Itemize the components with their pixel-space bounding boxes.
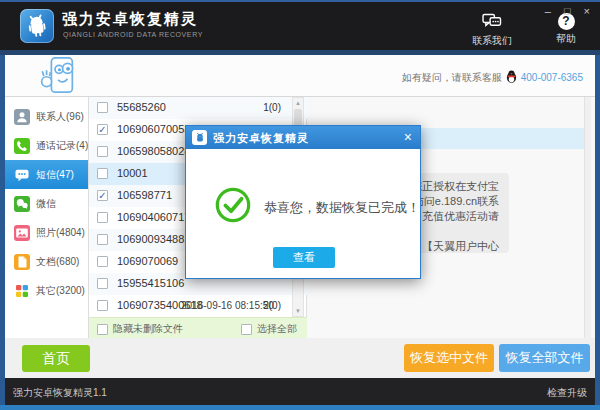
- phone-number: 10001: [117, 167, 148, 179]
- app-logo-icon: [20, 9, 54, 43]
- scroll-up-arrow-icon[interactable]: ▲: [293, 98, 303, 108]
- scroll-down-arrow-icon[interactable]: ▼: [293, 306, 303, 316]
- app-subtitle: QIANGLI ANDROID DATA RECOVERY: [63, 31, 203, 38]
- list-footer: 隐藏未删除文件 选择全部: [89, 317, 307, 338]
- sidebar-item-label: 微信: [36, 197, 56, 211]
- support-phone-link[interactable]: 400-007-6365: [521, 72, 583, 83]
- sidebar-item-calls[interactable]: 通话记录(4): [5, 131, 88, 160]
- sidebar-item-label: 其它(3200): [36, 284, 85, 298]
- row-checkbox[interactable]: [97, 146, 108, 157]
- photos-icon: [14, 225, 30, 241]
- preview-scrollbar[interactable]: [584, 97, 591, 338]
- dialog-message: 恭喜您，数据恢复已完成！: [264, 199, 420, 217]
- app-title: 强力安卓恢复精灵: [62, 10, 198, 29]
- home-button[interactable]: 首页: [22, 345, 90, 372]
- message-count: 2(0): [263, 300, 281, 311]
- row-checkbox-checked[interactable]: ✓: [97, 124, 108, 135]
- help-label: 帮助: [556, 32, 576, 46]
- dialog-app-icon: [192, 130, 207, 145]
- row-checkbox[interactable]: [97, 278, 108, 289]
- phone-mascot-icon: [35, 56, 83, 100]
- check-update-link[interactable]: 检查升级: [547, 386, 587, 400]
- view-button[interactable]: 查看: [273, 247, 335, 268]
- app-version: 强力安卓恢复精灵1.1: [13, 386, 107, 400]
- phone-number: 55685260: [117, 101, 166, 113]
- wechat-icon: [14, 196, 30, 212]
- window-frame-bottom: [0, 405, 600, 410]
- row-checkbox[interactable]: [97, 256, 108, 267]
- close-button[interactable]: ×: [584, 5, 590, 17]
- row-checkbox[interactable]: [97, 234, 108, 245]
- sidebar-item-label: 文档(680): [36, 255, 79, 269]
- recover-all-button[interactable]: 恢复全部文件: [499, 344, 590, 372]
- category-sidebar: 联系人(96)通话记录(4)短信(47)微信照片(4804)文档(680)其它(…: [5, 97, 89, 338]
- documents-icon: [14, 254, 30, 270]
- sidebar-item-photos[interactable]: 照片(4804): [5, 218, 88, 247]
- row-checkbox-checked[interactable]: ✓: [97, 190, 108, 201]
- sidebar-item-sms[interactable]: 短信(47): [5, 160, 88, 189]
- chat-bubbles-icon: [481, 13, 503, 32]
- select-all-label: 选择全部: [257, 322, 297, 336]
- phone-number: 106598771: [117, 189, 172, 201]
- calls-icon: [14, 138, 30, 154]
- phone-number: 15955415106: [117, 277, 184, 289]
- hide-deleted-toggle[interactable]: 隐藏未删除文件: [97, 322, 183, 336]
- row-checkbox[interactable]: [97, 212, 108, 223]
- select-all-checkbox[interactable]: [241, 324, 252, 335]
- support-text: 如有疑问，请联系客服: [402, 71, 502, 85]
- sidebar-item-documents[interactable]: 文档(680): [5, 247, 88, 276]
- row-checkbox[interactable]: [97, 168, 108, 179]
- dialog-title: 强力安卓恢复精灵: [213, 131, 309, 146]
- success-check-icon: [214, 186, 252, 228]
- phone-number: 1069070069: [117, 255, 178, 267]
- qq-penguin-icon: [506, 70, 517, 85]
- maximize-button[interactable]: □: [564, 5, 571, 17]
- dialog-close-icon[interactable]: ×: [404, 129, 412, 145]
- sidebar-item-wechat[interactable]: 微信: [5, 189, 88, 218]
- select-all-toggle[interactable]: 选择全部: [241, 322, 297, 336]
- dialog-titlebar: 强力安卓恢复精灵 ×: [186, 126, 420, 149]
- sidebar-item-label: 照片(4804): [36, 226, 85, 240]
- titlebar: 强力安卓恢复精灵 QIANGLI ANDROID DATA RECOVERY 联…: [0, 0, 600, 50]
- sidebar-item-label: 通话记录(4): [36, 139, 88, 153]
- action-bar: 首页 恢复选中文件 恢复全部文件: [5, 338, 595, 378]
- message-date: 2016-09-16 08:15:50: [181, 300, 274, 311]
- row-checkbox[interactable]: [97, 300, 108, 311]
- row-checkbox[interactable]: [97, 102, 108, 113]
- window-controls: – □ ×: [545, 5, 590, 17]
- sub-header: 如有疑问，请联系客服 400-007-6365: [5, 55, 595, 97]
- contacts-icon: [14, 109, 30, 125]
- contact-us-label: 联系我们: [472, 34, 512, 48]
- sidebar-item-label: 联系人(96): [36, 110, 84, 124]
- recover-selected-button[interactable]: 恢复选中文件: [404, 344, 494, 372]
- minimize-button[interactable]: –: [545, 5, 551, 17]
- sms-icon: [14, 167, 30, 183]
- message-row[interactable]: 106907354006182016-09-16 08:15:502(0): [89, 295, 307, 317]
- recovery-complete-dialog: 强力安卓恢复精灵 × 恭喜您，数据恢复已完成！ 查看: [185, 125, 421, 279]
- other-icon: [14, 283, 30, 299]
- contact-us-button[interactable]: 联系我们: [472, 13, 512, 48]
- message-count: 1(0): [263, 102, 281, 113]
- sidebar-item-contacts[interactable]: 联系人(96): [5, 102, 88, 131]
- message-row[interactable]: 556852601(0): [89, 97, 307, 119]
- phone-number: 106904060717: [117, 211, 190, 223]
- help-button[interactable]: ? 帮助: [556, 13, 576, 46]
- hide-deleted-checkbox[interactable]: [97, 324, 108, 335]
- sidebar-item-label: 短信(47): [36, 168, 74, 182]
- status-bar: 强力安卓恢复精灵1.1 检查升级: [5, 378, 595, 405]
- hide-deleted-label: 隐藏未删除文件: [113, 322, 183, 336]
- sidebar-item-other[interactable]: 其它(3200): [5, 276, 88, 305]
